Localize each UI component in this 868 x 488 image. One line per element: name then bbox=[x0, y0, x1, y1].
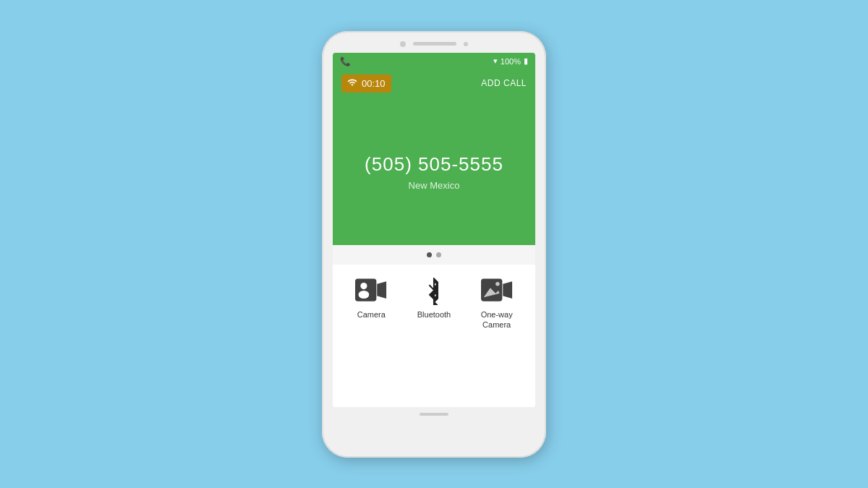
call-controls: Camera Bluetooth bbox=[333, 265, 535, 407]
phone-number: (505) 505-5555 bbox=[365, 153, 503, 176]
wifi-icon: ▾ bbox=[493, 56, 498, 66]
svg-point-1 bbox=[361, 283, 367, 289]
call-status-icon: 📞 bbox=[340, 56, 351, 67]
page-dot-1 bbox=[427, 252, 432, 257]
call-timer-badge: 00:10 bbox=[341, 74, 391, 93]
phone-device: 📞 ▾ 100% ▮ 00:10 ADD CALL (505) 505-5555 bbox=[322, 31, 546, 458]
page-dot-2 bbox=[436, 252, 441, 257]
phone-top-hardware bbox=[322, 41, 546, 47]
caller-location: New Mexico bbox=[409, 180, 460, 191]
svg-marker-7 bbox=[503, 281, 512, 299]
svg-point-2 bbox=[359, 291, 370, 299]
battery-icon: ▮ bbox=[524, 56, 528, 66]
bluetooth-label: Bluetooth bbox=[417, 309, 451, 320]
camera-control[interactable]: Camera bbox=[346, 276, 396, 320]
phone-screen: 📞 ▾ 100% ▮ 00:10 ADD CALL (505) 505-5555 bbox=[333, 53, 535, 407]
camera-icon bbox=[354, 276, 388, 305]
battery-percent: 100% bbox=[501, 57, 521, 66]
status-bar: 📞 ▾ 100% ▮ bbox=[333, 53, 535, 70]
sensor bbox=[464, 42, 468, 46]
speaker bbox=[413, 42, 456, 46]
front-camera bbox=[400, 41, 406, 47]
camera-label: Camera bbox=[357, 309, 386, 320]
call-timer: 00:10 bbox=[362, 78, 386, 89]
call-content: (505) 505-5555 New Mexico bbox=[333, 100, 535, 245]
home-indicator bbox=[420, 413, 448, 416]
pagination-dots bbox=[333, 245, 535, 265]
bluetooth-icon bbox=[417, 276, 451, 305]
bluetooth-control[interactable]: Bluetooth bbox=[409, 276, 459, 320]
add-call-button[interactable]: ADD CALL bbox=[481, 78, 527, 88]
wifi-call-icon bbox=[347, 77, 357, 90]
svg-marker-3 bbox=[378, 281, 387, 299]
svg-point-6 bbox=[495, 282, 500, 286]
status-right: ▾ 100% ▮ bbox=[493, 56, 528, 66]
one-way-camera-control[interactable]: One-wayCamera bbox=[472, 276, 522, 330]
one-way-camera-icon bbox=[480, 276, 514, 305]
one-way-camera-label: One-wayCamera bbox=[481, 309, 513, 330]
call-header: 00:10 ADD CALL bbox=[333, 70, 535, 100]
